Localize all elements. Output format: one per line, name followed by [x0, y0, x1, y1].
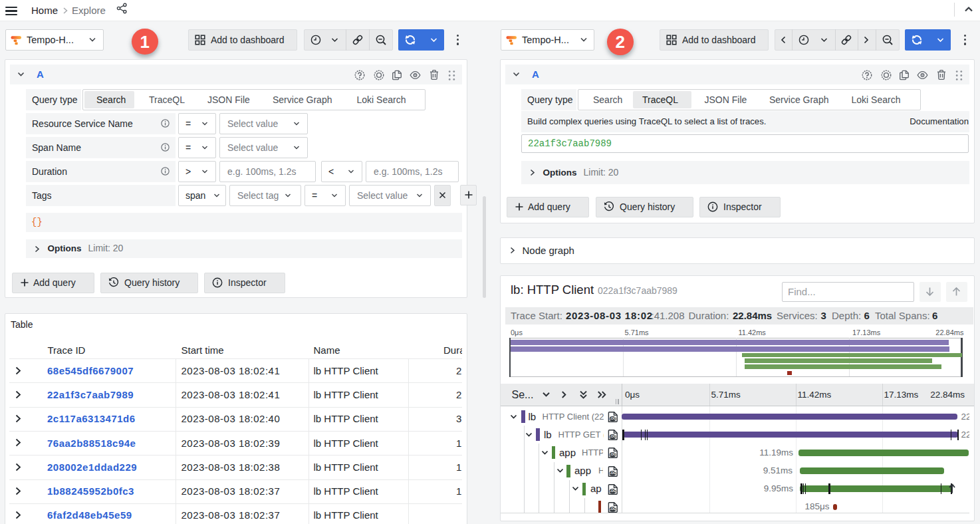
svg-text:LOG: LOG: [609, 454, 616, 457]
svg-text:LOG: LOG: [609, 471, 616, 475]
svg-text:LOG: LOG: [609, 418, 616, 421]
svg-text:LOG: LOG: [609, 436, 616, 439]
svg-text:LOG: LOG: [609, 507, 616, 511]
svg-text:LOG: LOG: [609, 489, 616, 493]
